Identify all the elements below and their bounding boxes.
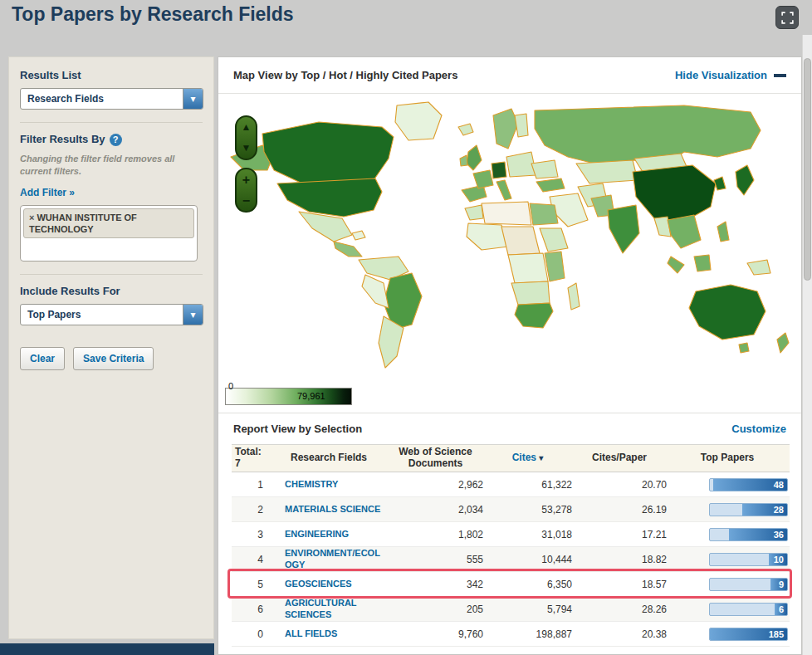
column-header-wos-documents: Web of Science Documents [388,447,483,470]
rank-cell: 4 [232,554,270,565]
cites-cell: 53,278 [483,504,572,516]
table-header-row: Total: 7 Research Fields Web of Science … [232,444,790,472]
table-row: 2 MATERIALS SCIENCE 2,034 53,278 26.19 2… [232,497,790,522]
page: Top Papers by Research Fields Results Li… [0,0,812,655]
include-results-dropdown-value: Top Papers [21,305,183,325]
main-panel: Map View by Top / Hot / Highly Cited Pap… [218,56,802,655]
top-papers-bar: 185 [709,628,788,641]
customize-link[interactable]: Customize [731,423,786,435]
filter-tag-label: WUHAN INSTITUTE OF TECHNOLOGY [29,213,137,234]
sidebar-divider [20,274,203,275]
table-row: 3 ENGINEERING 1,802 31,018 17.21 36 [232,522,790,547]
hide-visualization-link[interactable]: Hide Visualization [675,69,767,81]
include-results-heading: Include Results For [20,285,203,297]
top-papers-value: 28 [774,504,784,516]
include-results-dropdown[interactable]: Top Papers ▾ [20,304,203,325]
total-label: Total: [235,446,262,457]
expand-icon [780,11,795,25]
remove-filter-icon[interactable]: × [29,213,34,222]
report-view-title: Report View by Selection [233,423,362,435]
report-table: Total: 7 Research Fields Web of Science … [232,444,790,647]
active-filters-box: ×WUHAN INSTITUTE OF TECHNOLOGY [20,205,198,262]
zoom-in-button[interactable]: + [237,169,256,190]
arrow-down-icon: ▼ [242,142,252,154]
legend-min-value: 0 [228,381,233,391]
cites-cell: 10,444 [483,554,572,565]
rank-cell: 2 [232,504,270,516]
table-row-all-fields: 0 ALL FIELDS 9,760 198,887 20.38 185 [232,622,790,647]
sort-desc-icon: ▾ [539,453,543,462]
top-papers-bar: 10 [709,553,788,566]
rank-cell: 5 [232,579,270,590]
rank-cell: 3 [232,529,270,540]
filters-sidebar: Results List Research Fields ▾ Filter Re… [8,56,214,639]
minimize-icon[interactable] [774,74,786,77]
wos-documents-cell: 1,802 [388,529,483,540]
column-header-cites[interactable]: Cites ▾ [483,452,572,464]
chevron-down-icon[interactable]: ▾ [183,305,203,325]
results-list-dropdown[interactable]: Research Fields ▾ [20,88,203,110]
top-papers-value: 36 [774,529,784,541]
top-papers-bar: 6 [709,603,788,616]
cites-per-paper-cell: 20.38 [572,628,667,640]
column-header-cites-per-paper: Cites/Paper [572,452,667,464]
field-link[interactable]: AGRICULTURAL SCIENCES [285,598,384,619]
cites-cell: 31,018 [483,529,572,540]
total-count-header: Total: 7 [232,447,270,470]
wos-documents-cell: 205 [388,604,483,615]
cites-per-paper-cell: 28.26 [572,604,667,615]
field-link[interactable]: ENVIRONMENT/ECOLOGY [285,548,384,569]
report-header: Report View by Selection Customize [218,413,801,444]
hide-visualization-wrap: Hide Visualization [675,69,786,81]
sidebar-divider [20,122,203,123]
map-view-title: Map View by Top / Hot / Highly Cited Pap… [233,69,457,81]
pan-up-button[interactable]: ▲ [237,117,256,138]
zoom-out-button[interactable]: − [237,190,256,211]
world-map-area[interactable]: ▲ ▼ + − [218,94,801,383]
scrollbar-thumb[interactable] [804,58,811,281]
field-link[interactable]: CHEMISTRY [285,479,338,490]
field-link[interactable]: GEOSCIENCES [285,579,352,589]
map-controls: ▲ ▼ + − [235,115,257,213]
field-link[interactable]: ENGINEERING [285,529,349,540]
top-papers-value: 48 [774,479,784,491]
footer-bar [0,643,214,655]
save-criteria-button[interactable]: Save Criteria [73,347,154,370]
rank-cell: 0 [232,628,270,640]
help-icon[interactable]: ? [110,134,122,146]
results-list-heading: Results List [20,69,203,81]
cites-cell: 5,794 [483,604,572,615]
table-row: 6 AGRICULTURAL SCIENCES 205 5,794 28.26 … [232,597,790,622]
wos-documents-cell: 9,760 [388,628,483,640]
field-link[interactable]: ALL FIELDS [285,628,337,639]
wos-documents-cell: 2,034 [388,504,483,516]
cites-per-paper-cell: 18.82 [572,554,667,565]
top-papers-bar: 28 [709,503,788,516]
world-map[interactable] [218,94,801,383]
cites-sort-link[interactable]: Cites [512,452,536,463]
top-papers-value: 6 [779,604,784,616]
chevron-down-icon[interactable]: ▾ [183,89,203,109]
legend-max-value: 79,961 [297,391,325,401]
total-value: 7 [235,457,241,469]
wos-documents-cell: 2,962 [388,479,483,491]
add-filter-link[interactable]: Add Filter » [20,187,75,198]
clear-button[interactable]: Clear [20,347,65,370]
page-title: Top Papers by Research Fields [12,3,294,26]
pan-down-button[interactable]: ▼ [237,138,256,159]
cites-per-paper-cell: 17.21 [572,529,667,540]
top-papers-value: 185 [769,628,784,641]
sidebar-actions: Clear Save Criteria [20,347,203,370]
column-header-research-fields: Research Fields [270,452,388,464]
expand-button[interactable] [775,6,799,29]
table-row-highlighted: 5 GEOSCIENCES 342 6,350 18.57 9 [232,572,790,597]
field-link[interactable]: MATERIALS SCIENCE [285,504,380,515]
cites-per-paper-cell: 26.19 [572,504,667,516]
vertical-scrollbar[interactable] [802,35,812,655]
column-header-top-papers: Top Papers [667,452,790,464]
results-list-dropdown-value: Research Fields [21,89,183,109]
table-row: 4 ENVIRONMENT/ECOLOGY 555 10,444 18.82 1… [232,547,790,572]
map-legend-row: 0 79,961 [218,383,801,413]
top-papers-bar: 48 [709,478,788,491]
rank-cell: 1 [232,479,270,491]
